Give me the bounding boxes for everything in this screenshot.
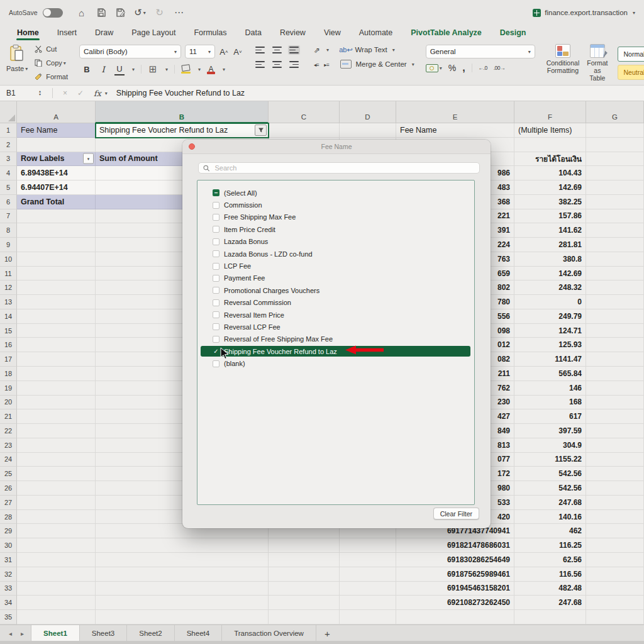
cell-D1[interactable] bbox=[340, 123, 396, 138]
style-normal-chip[interactable]: Normal bbox=[618, 47, 644, 62]
cell-A28[interactable] bbox=[17, 510, 96, 525]
row-header-6[interactable]: 6 bbox=[0, 195, 17, 209]
fill-color-button[interactable] bbox=[181, 65, 191, 74]
cell-A23[interactable] bbox=[17, 438, 96, 453]
cell-F14[interactable]: 249.79 bbox=[514, 309, 586, 324]
cell-G18[interactable] bbox=[586, 367, 644, 381]
cell-B35[interactable] bbox=[96, 610, 269, 625]
column-header-C[interactable]: C bbox=[269, 101, 340, 123]
filter-item-commission[interactable]: Commission bbox=[197, 199, 474, 211]
tab-pivottable-analyze[interactable]: PivotTable Analyze bbox=[410, 27, 482, 38]
cell-F12[interactable]: 248.32 bbox=[514, 280, 586, 295]
tab-design[interactable]: Design bbox=[499, 27, 527, 38]
cell-F26[interactable]: 542.56 bbox=[514, 481, 586, 496]
row-header-23[interactable]: 23 bbox=[0, 438, 17, 453]
checkbox-icon[interactable] bbox=[213, 226, 219, 233]
column-header-E[interactable]: E bbox=[396, 101, 514, 123]
tab-review[interactable]: Review bbox=[279, 27, 306, 38]
row-header-28[interactable]: 28 bbox=[0, 510, 17, 525]
cell-A15[interactable] bbox=[17, 324, 96, 338]
cell-G25[interactable] bbox=[586, 467, 644, 481]
cell-A16[interactable] bbox=[17, 338, 96, 352]
decrease-indent-button[interactable]: ◂≡ bbox=[314, 62, 319, 68]
cell-F18[interactable]: 565.84 bbox=[514, 367, 586, 381]
cell-G32[interactable] bbox=[586, 567, 644, 582]
cell-A31[interactable] bbox=[17, 553, 96, 567]
row-header-20[interactable]: 20 bbox=[0, 396, 17, 410]
checkbox-icon[interactable] bbox=[213, 238, 219, 245]
filter-item-lcp-fee[interactable]: LCP Fee bbox=[197, 260, 474, 272]
sheet-tab-sheet2[interactable]: Sheet2 bbox=[126, 625, 174, 641]
cell-F15[interactable]: 124.71 bbox=[514, 324, 586, 338]
cell-G1[interactable] bbox=[586, 123, 644, 138]
more-commands-icon[interactable]: ⋯ bbox=[172, 6, 187, 19]
cell-D31[interactable] bbox=[340, 553, 396, 567]
checkbox-icon[interactable] bbox=[213, 287, 219, 294]
cell-C31[interactable] bbox=[269, 553, 340, 567]
cell-G28[interactable] bbox=[586, 510, 644, 525]
filter-item-lazada-bonus[interactable]: Lazada Bonus bbox=[197, 236, 474, 248]
cell-G21[interactable] bbox=[586, 409, 644, 424]
style-neutral-chip[interactable]: Neutral bbox=[618, 65, 644, 80]
filter-item-free-shipping-max-fee[interactable]: Free Shipping Max Fee bbox=[197, 211, 474, 223]
orientation-chevron-icon[interactable]: ▾ bbox=[326, 47, 329, 53]
align-right-button[interactable] bbox=[288, 60, 300, 69]
cell-G27[interactable] bbox=[586, 496, 644, 510]
tab-page-layout[interactable]: Page Layout bbox=[131, 27, 176, 38]
cell-D35[interactable] bbox=[340, 610, 396, 625]
checkbox-icon[interactable] bbox=[213, 323, 219, 330]
cell-A19[interactable] bbox=[17, 381, 96, 396]
cell-F20[interactable]: 168 bbox=[514, 396, 586, 410]
sheet-nav-right-icon[interactable]: ▸ bbox=[21, 630, 24, 637]
comma-style-button[interactable]: , bbox=[462, 65, 465, 70]
add-sheet-button[interactable]: + bbox=[316, 625, 339, 641]
row-header-18[interactable]: 18 bbox=[0, 367, 17, 381]
cell-F11[interactable]: 142.69 bbox=[514, 267, 586, 281]
cell-G16[interactable] bbox=[586, 338, 644, 352]
clear-filter-button[interactable]: Clear Filter bbox=[433, 508, 479, 519]
cell-F24[interactable]: 1155.22 bbox=[514, 453, 586, 467]
bold-button[interactable]: B bbox=[82, 64, 92, 75]
cell-G22[interactable] bbox=[586, 424, 644, 438]
font-color-chevron-icon[interactable]: ▾ bbox=[223, 67, 225, 72]
cell-A7[interactable] bbox=[17, 209, 96, 224]
cell-F2[interactable] bbox=[514, 138, 586, 152]
underline-button[interactable]: U bbox=[114, 63, 125, 75]
cell-A14[interactable] bbox=[17, 309, 96, 324]
cell-G2[interactable] bbox=[586, 138, 644, 152]
row-header-31[interactable]: 31 bbox=[0, 553, 17, 567]
cell-G6[interactable] bbox=[586, 195, 644, 209]
row-header-16[interactable]: 16 bbox=[0, 338, 17, 352]
align-top-button[interactable] bbox=[254, 45, 266, 55]
row-header-32[interactable]: 32 bbox=[0, 567, 17, 582]
cell-F25[interactable]: 542.56 bbox=[514, 467, 586, 481]
cell-F32[interactable]: 116.56 bbox=[514, 567, 586, 582]
cell-G35[interactable] bbox=[586, 610, 644, 625]
filter-item-blank[interactable]: (blank) bbox=[197, 357, 474, 369]
cell-F13[interactable]: 0 bbox=[514, 295, 586, 309]
row-header-14[interactable]: 14 bbox=[0, 309, 17, 324]
cell-C33[interactable] bbox=[269, 582, 340, 596]
checkmark-icon[interactable]: ✓ bbox=[213, 348, 219, 355]
checkbox-icon[interactable] bbox=[213, 250, 219, 257]
row-header-25[interactable]: 25 bbox=[0, 467, 17, 481]
cell-B34[interactable] bbox=[96, 596, 269, 610]
cell-D30[interactable] bbox=[340, 538, 396, 553]
dialog-search-box[interactable] bbox=[198, 162, 480, 174]
cell-G7[interactable] bbox=[586, 209, 644, 224]
checkbox-icon[interactable] bbox=[213, 336, 219, 343]
tab-automate[interactable]: Automate bbox=[358, 27, 394, 38]
font-color-button[interactable]: A bbox=[207, 65, 215, 74]
checkbox-icon[interactable] bbox=[213, 275, 219, 282]
cell-G30[interactable] bbox=[586, 538, 644, 553]
column-header-G[interactable]: G bbox=[586, 101, 644, 123]
search-input[interactable] bbox=[213, 164, 475, 172]
row-header-17[interactable]: 17 bbox=[0, 352, 17, 367]
format-as-table-button[interactable]: Format as Table bbox=[587, 44, 608, 84]
tab-home[interactable]: Home bbox=[16, 27, 40, 38]
redo-icon[interactable]: ↻ bbox=[152, 6, 167, 19]
cell-A25[interactable] bbox=[17, 467, 96, 481]
sheet-tab-sheet3[interactable]: Sheet3 bbox=[79, 625, 127, 641]
cell-A4[interactable]: 6.89438E+14 bbox=[17, 166, 96, 180]
column-header-B[interactable]: B bbox=[96, 101, 269, 123]
